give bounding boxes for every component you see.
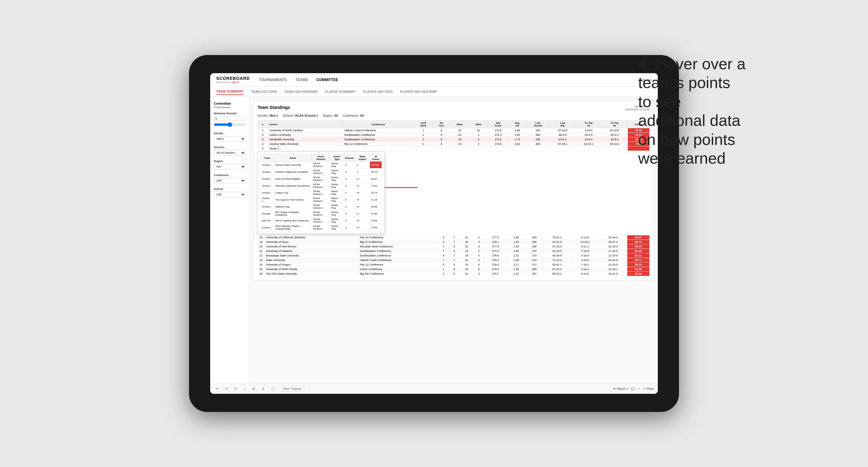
min-rounds-slider[interactable] — [214, 122, 246, 127]
tt-rounds: 3 — [344, 224, 355, 231]
sidebar: Committee Portal Review Minimum Rounds G… — [210, 97, 249, 383]
cell-vs50: 24-31-0 — [599, 258, 627, 262]
table-row[interactable]: 20 University of New Mexico Mountain Wes… — [258, 244, 650, 249]
cell-no-tour: 7 — [449, 235, 459, 240]
cell-rank: 4 — [258, 142, 268, 146]
nav-tournaments[interactable]: TOURNAMENTS — [259, 76, 287, 83]
division-label: Division — [214, 146, 246, 149]
table-row[interactable]: 18 University of California, Berkeley Pa… — [258, 235, 650, 240]
cell-points[interactable]: 83.94 — [627, 272, 649, 276]
subnav-team-h2h-heatmap[interactable]: TEAM H2H HEATMAP — [284, 89, 318, 95]
cell-points[interactable]: 83.41 — [627, 253, 649, 258]
cell-conf-rank: 1 — [414, 133, 433, 137]
refresh-button[interactable]: ↻ — [232, 386, 239, 392]
cell-conf-rank: 2 — [438, 272, 449, 276]
subnav-team-summary[interactable]: TEAM SUMMARY — [216, 88, 244, 95]
gender-label: Gender — [214, 132, 246, 135]
tooltip-col-event-div: Event Division — [312, 155, 330, 161]
cell-no-tour — [433, 146, 450, 151]
nav-teams[interactable]: TEAMS — [296, 76, 308, 83]
watch-button[interactable]: 👁 Watch ▾ — [613, 387, 628, 391]
cell-low-adj: 86-4-0 — [550, 133, 576, 137]
subnav-team-h2h-grid[interactable]: TEAM H2H GRID — [251, 89, 277, 95]
tt-event-type: Stroke Play — [330, 203, 344, 210]
tt-event: Amer An Intercollegiate — [274, 176, 312, 182]
tt-team: Univers... — [261, 203, 274, 210]
table-row[interactable]: 24 University of Oregon Pac-12 Conferenc… — [258, 262, 650, 267]
table-row[interactable]: 3 Vanderbilt University Southeastern Con… — [258, 137, 650, 142]
cell-bnds: 23 — [450, 133, 469, 137]
home-button[interactable]: ⌂ — [242, 386, 248, 392]
tooltip-col-team: Team — [261, 155, 274, 161]
table-row[interactable]: 19 University of Texas Big 12 Conference… — [258, 240, 650, 244]
tooltip-row: Florida I... The Cypress Point Classic N… — [261, 196, 382, 203]
cell-vs25: 13-23-2 — [571, 240, 599, 244]
settings-button[interactable]: ⊙ — [260, 386, 266, 392]
clock-button[interactable]: 🕐 — [269, 386, 277, 392]
cell-low-adj: 42-31-3 — [543, 240, 571, 244]
tt-event-div: NCAA Division I — [312, 224, 330, 231]
table-row[interactable]: 21 University of Alabama Southeastern Co… — [258, 249, 650, 253]
undo-button[interactable]: ↩ — [214, 386, 220, 392]
cell-wins: 2 — [474, 249, 484, 253]
school-select[interactable]: (All) — [214, 192, 246, 197]
table-row[interactable]: 5 Texas T... — [258, 146, 650, 151]
cell-points[interactable]: 83.89 — [627, 267, 649, 272]
redo-button[interactable]: ↪ — [223, 386, 229, 392]
cell-points[interactable]: 88.70 — [627, 240, 649, 244]
cell-points[interactable]: 88.49 — [627, 244, 649, 249]
cell-rank: 3 — [258, 137, 268, 142]
region-select[interactable]: N/A All — [214, 164, 246, 169]
cell-points[interactable]: 88.14 — [627, 262, 649, 267]
subnav-player-summary[interactable]: PLAYER SUMMARY — [325, 89, 356, 95]
sidebar-heading: Committee — [214, 102, 246, 105]
nav-committee[interactable]: COMMITTEE — [316, 76, 338, 83]
tt-rank-impact: +1 — [355, 176, 370, 182]
cell-adj-score: 277.9 — [484, 249, 506, 253]
cell-avg-sg: 1.22 — [506, 272, 526, 276]
cell-bnds: 22 — [460, 244, 474, 249]
tt-team: East Ter — [261, 217, 274, 224]
cell-low: 262 — [526, 128, 550, 133]
tooltip-row: Univers... Copper Cup NCAA Division I Ma… — [261, 189, 382, 196]
table-row[interactable]: 23 Duke University Atlantic Coast Confer… — [258, 258, 650, 262]
gender-select[interactable]: Men's Women's — [214, 136, 246, 142]
expand-button[interactable]: ⤢ — [638, 387, 640, 391]
app-logo: SCOREBOARD Powered by clipp'd — [216, 76, 250, 84]
table-row[interactable]: 4 Arizona State University Pac-12 Confer… — [258, 142, 650, 146]
cell-school: Auburn University — [268, 133, 342, 137]
view-original-button[interactable]: View: Original — [280, 386, 304, 392]
tt-event-type: Stroke Play — [330, 224, 344, 231]
tt-rank-impact: +5 — [355, 189, 370, 196]
cell-points[interactable]: 88.48 — [627, 249, 649, 253]
cell-vs25: 9-14-0 — [571, 272, 599, 276]
school-label: School — [214, 188, 246, 191]
subnav-player-h2h-heatmap[interactable]: PLAYER H2H HEATMAP — [400, 89, 437, 95]
cell-low-adj: 71-22-2 — [543, 258, 571, 262]
comment-button[interactable]: 💬 — [631, 387, 634, 391]
tt-event-div: NCAA Division I — [312, 203, 330, 210]
tt-event-div: NCAA Division I — [312, 176, 330, 182]
subnav-player-h2h-grid[interactable]: PLAYER H2H GRID — [363, 89, 393, 95]
division-select[interactable]: NCAA Division I NCAA Division II NCAA Di… — [214, 150, 246, 155]
cell-bnds: 25 — [460, 240, 474, 244]
tt-event-type: Stroke Play — [330, 168, 344, 176]
cell-adj-score: 272.6 — [488, 137, 508, 142]
cell-adj-score: 278.1 — [484, 258, 506, 262]
conference-select[interactable]: (All) — [214, 178, 246, 183]
cell-conf-rank: 8 — [438, 253, 449, 258]
cell-vs50: 58-24-1 — [601, 142, 627, 146]
table-row[interactable]: 25 University of North Florida ASUN Conf… — [258, 267, 650, 272]
share-button[interactable]: ↗ Share — [643, 387, 654, 391]
copy-button[interactable]: ⧉ — [251, 386, 257, 392]
tt-event: National Invitational Tournament — [274, 182, 312, 189]
table-row[interactable]: 26 The Ohio State University Big Ten Con… — [258, 272, 650, 276]
cell-points[interactable]: 83.07 — [627, 235, 649, 240]
cell-bnds: 24 — [460, 267, 474, 272]
table-row[interactable]: 1 University of North Carolina Atlantic … — [258, 128, 650, 133]
min-rounds-input[interactable] — [214, 116, 246, 121]
cell-points[interactable]: 88.71 — [627, 258, 649, 262]
cell-avg-sg: 1.60 — [506, 235, 526, 240]
table-row[interactable]: 22 Mississippi State University Southeas… — [258, 253, 650, 258]
table-row[interactable]: 2 Auburn University Southeastern Confere… — [258, 133, 650, 137]
